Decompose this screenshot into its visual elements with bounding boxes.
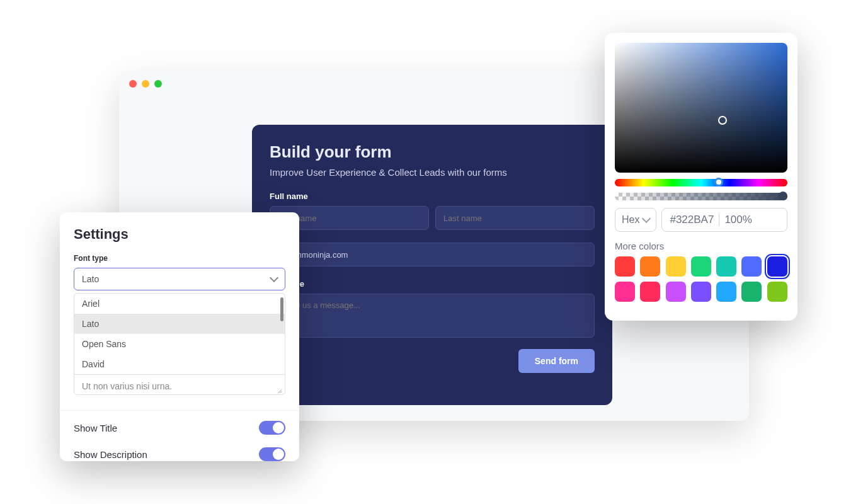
show-description-toggle[interactable] — [259, 447, 285, 461]
color-swatch[interactable] — [640, 256, 660, 277]
text-preview-textarea[interactable]: Ut non varius nisi urna. — [74, 374, 285, 394]
email-input[interactable] — [270, 243, 595, 266]
dropdown-scrollbar[interactable] — [280, 297, 283, 321]
settings-title: Settings — [74, 226, 285, 243]
chevron-down-icon — [270, 273, 278, 282]
font-type-select[interactable]: Lato — [74, 268, 285, 290]
color-swatch[interactable] — [716, 256, 736, 277]
color-format-select[interactable]: Hex — [615, 208, 656, 232]
font-option-opensans[interactable]: Open Sans — [74, 334, 285, 354]
color-swatch[interactable] — [615, 282, 635, 302]
form-subtitle: Improve User Experience & Collect Leads … — [270, 167, 595, 178]
font-type-value: Lato — [82, 274, 99, 284]
maximize-window-icon[interactable] — [154, 80, 162, 88]
color-swatch[interactable] — [767, 282, 787, 302]
color-swatch[interactable] — [666, 282, 686, 302]
font-option-lato[interactable]: Lato — [74, 314, 285, 334]
font-option-david[interactable]: David — [74, 354, 285, 374]
close-window-icon[interactable] — [129, 80, 137, 88]
hue-thumb-icon[interactable] — [714, 178, 723, 186]
last-name-input[interactable] — [435, 206, 595, 230]
form-title: Build your form — [270, 142, 595, 162]
color-picker-panel: Hex #322BA7 100% More colors — [605, 33, 797, 321]
color-swatch-grid — [615, 256, 787, 302]
color-cursor-icon[interactable] — [718, 116, 727, 125]
chevron-down-icon — [642, 214, 651, 223]
alpha-thumb-icon[interactable] — [779, 192, 787, 200]
color-swatch[interactable] — [691, 282, 711, 302]
color-value-input[interactable]: #322BA7 100% — [661, 208, 787, 232]
font-option-ariel[interactable]: Ariel — [74, 294, 285, 314]
color-swatch[interactable] — [691, 256, 711, 277]
alpha-slider[interactable] — [615, 193, 787, 200]
show-title-toggle[interactable] — [259, 421, 285, 435]
color-swatch[interactable] — [666, 256, 686, 277]
color-swatch[interactable] — [767, 256, 787, 277]
minimize-window-icon[interactable] — [142, 80, 149, 88]
color-swatch[interactable] — [716, 282, 736, 302]
color-swatch[interactable] — [640, 282, 660, 302]
resize-handle-icon[interactable] — [276, 387, 282, 393]
color-swatch[interactable] — [741, 256, 762, 277]
color-gradient-area[interactable] — [615, 43, 787, 173]
more-colors-label: More colors — [615, 241, 787, 251]
full-name-label: Full name — [270, 192, 595, 201]
form-preview-card: Build your form Improve User Experience … — [252, 125, 612, 405]
show-description-label: Show Description — [74, 449, 147, 460]
color-swatch[interactable] — [741, 282, 762, 302]
show-title-label: Show Title — [74, 423, 117, 433]
font-type-label: Font type — [74, 254, 285, 263]
alpha-value: 100% — [724, 214, 752, 226]
color-format-value: Hex — [622, 214, 639, 226]
input-divider — [719, 214, 719, 226]
message-textarea[interactable] — [270, 294, 595, 338]
send-form-button[interactable]: Send form — [518, 349, 595, 373]
hue-slider[interactable] — [615, 179, 787, 186]
message-label: Message — [270, 279, 595, 289]
font-type-dropdown: Ariel Lato Open Sans David Ut non varius… — [74, 293, 285, 395]
hex-value: #322BA7 — [670, 214, 714, 226]
settings-panel: Settings Font type Lato Ariel Lato Open … — [60, 212, 299, 461]
color-swatch[interactable] — [615, 256, 635, 277]
